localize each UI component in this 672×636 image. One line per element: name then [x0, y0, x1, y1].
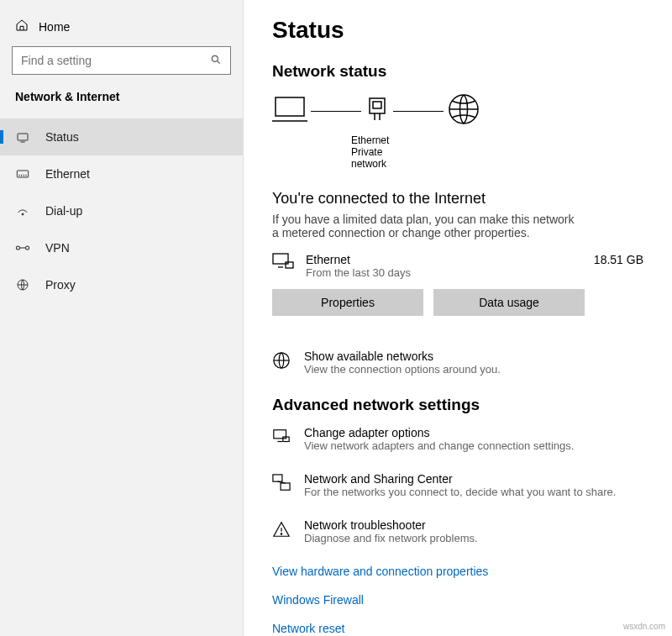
option-subtitle: For the networks you connect to, decide … — [304, 486, 616, 498]
option-subtitle: Diagnose and fix network problems. — [304, 532, 478, 544]
connection-sub: From the last 30 days — [306, 266, 582, 279]
sidebar-item-vpn[interactable]: VPN — [0, 229, 243, 266]
search-icon — [210, 54, 222, 68]
option-title: Network troubleshooter — [304, 518, 478, 532]
svg-rect-15 — [276, 97, 304, 116]
sharing-icon — [272, 472, 292, 498]
vpn-icon — [15, 242, 30, 254]
svg-rect-25 — [286, 262, 293, 268]
home-link[interactable]: Home — [0, 10, 243, 46]
globe-icon — [447, 92, 480, 129]
connection-name: Ethernet — [306, 253, 582, 266]
status-icon — [15, 130, 30, 144]
svg-line-1 — [218, 60, 220, 63]
svg-point-11 — [25, 246, 29, 250]
diagram-line — [393, 111, 444, 112]
show-available-networks[interactable]: Show available networks View the connect… — [272, 350, 643, 376]
monitor-icon — [272, 253, 294, 275]
svg-point-10 — [16, 246, 19, 250]
sidebar: Home Network & Internet Status Ethernet … — [0, 0, 244, 636]
diagram-network-type: Private network — [351, 146, 373, 170]
data-usage-button[interactable]: Data usage — [433, 289, 585, 316]
link-hardware-properties[interactable]: View hardware and connection properties — [272, 565, 643, 578]
svg-rect-32 — [281, 483, 290, 490]
properties-button[interactable]: Properties — [272, 289, 423, 316]
svg-rect-17 — [370, 98, 385, 113]
diagram-labels: Ethernet Private network — [272, 134, 373, 170]
sidebar-item-status[interactable]: Status — [0, 118, 243, 155]
home-label: Home — [39, 20, 70, 34]
proxy-icon — [15, 278, 30, 292]
warning-icon — [272, 518, 292, 544]
option-title: Change adapter options — [304, 426, 574, 439]
dialup-icon — [15, 204, 30, 218]
link-windows-firewall[interactable]: Windows Firewall — [272, 593, 643, 607]
connected-description: If you have a limited data plan, you can… — [272, 213, 575, 239]
sidebar-section-title: Network & Internet — [0, 90, 243, 118]
ethernet-icon — [15, 168, 30, 180]
advanced-heading: Advanced network settings — [272, 396, 643, 414]
computer-icon — [272, 95, 307, 127]
adapter-icon — [272, 426, 292, 452]
diagram-line — [311, 111, 361, 112]
network-troubleshooter[interactable]: Network troubleshooter Diagnose and fix … — [272, 518, 643, 544]
home-icon — [15, 18, 29, 34]
watermark: wsxdn.com — [623, 622, 665, 631]
option-subtitle: View the connection options around you. — [304, 363, 501, 376]
svg-point-0 — [212, 55, 218, 61]
svg-rect-4 — [17, 171, 28, 177]
change-adapter-options[interactable]: Change adapter options View network adap… — [272, 426, 643, 452]
main-content: Status Network status Ethernet Private n… — [244, 0, 672, 636]
option-title: Show available networks — [304, 350, 501, 363]
sidebar-item-label: Ethernet — [45, 167, 90, 181]
sidebar-item-ethernet[interactable]: Ethernet — [0, 155, 243, 192]
network-status-heading: Network status — [272, 62, 643, 81]
sidebar-item-label: Proxy — [45, 278, 76, 292]
router-icon — [365, 95, 390, 127]
sidebar-item-label: VPN — [45, 241, 70, 255]
svg-point-9 — [22, 213, 24, 215]
sidebar-item-dialup[interactable]: Dial-up — [0, 192, 243, 229]
link-network-reset[interactable]: Network reset — [272, 622, 643, 635]
network-sharing-center[interactable]: Network and Sharing Center For the netwo… — [272, 472, 643, 498]
search-field[interactable] — [21, 54, 210, 67]
svg-rect-2 — [18, 134, 28, 140]
diagram-connection-name: Ethernet — [351, 134, 373, 146]
option-subtitle: View network adapters and change connect… — [304, 439, 574, 452]
connected-heading: You're connected to the Internet — [272, 190, 643, 208]
sidebar-item-label: Status — [45, 130, 79, 144]
globe-small-icon — [272, 350, 292, 376]
option-title: Network and Sharing Center — [304, 472, 616, 486]
svg-rect-31 — [273, 475, 282, 481]
sidebar-item-proxy[interactable]: Proxy — [0, 266, 243, 303]
page-title: Status — [272, 17, 643, 44]
sidebar-item-label: Dial-up — [45, 204, 82, 218]
connection-row: Ethernet From the last 30 days 18.51 GB — [272, 253, 643, 279]
search-input[interactable] — [12, 46, 231, 75]
svg-rect-18 — [373, 102, 381, 108]
connection-data-usage: 18.51 GB — [594, 253, 643, 266]
svg-point-35 — [281, 534, 281, 534]
network-diagram — [272, 92, 643, 129]
